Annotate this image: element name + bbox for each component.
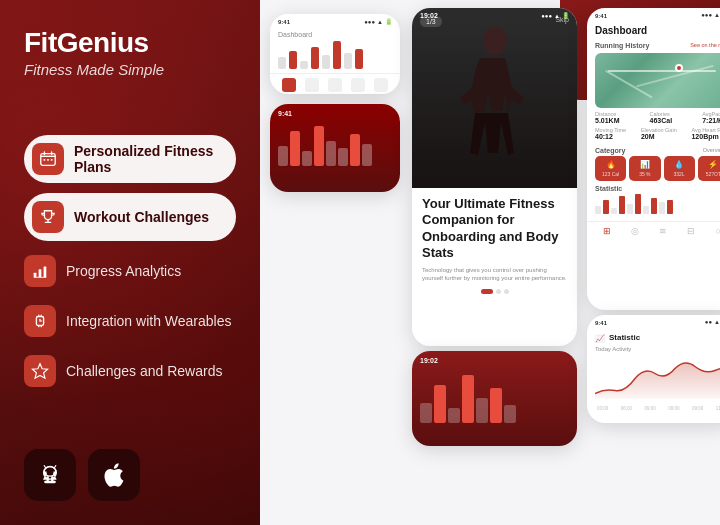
stat-bar-7 xyxy=(344,53,352,69)
feature-label-wearables: Integration with Wearables xyxy=(66,313,232,329)
col1: 9:41 ●●● ▲ 🔋 Dashboard xyxy=(266,8,404,198)
phones-container: 9:41 ●●● ▲ 🔋 Dashboard xyxy=(260,0,400,525)
onboard-dots xyxy=(422,289,567,294)
feature-label-challenges-rewards: Challenges and Rewards xyxy=(66,363,222,379)
stat-elevation: Elevation Gain 20M xyxy=(641,127,677,140)
stat-bar-6 xyxy=(333,41,341,69)
svg-rect-9 xyxy=(34,273,37,278)
category-title: Category xyxy=(595,147,625,154)
stat-small-sub: Today Activity xyxy=(595,346,720,352)
ios-store-button[interactable] xyxy=(88,449,140,501)
onboard-content: Your Ultimate Fitness Companion for Onbo… xyxy=(412,188,577,302)
dot-3[interactable] xyxy=(504,289,509,294)
stat-bars xyxy=(278,41,392,69)
stat-heart-rate: Avg Heart Rate 120Bpm xyxy=(691,127,720,140)
trophy-icon xyxy=(32,201,64,233)
features-list: Personalized Fitness Plans Workout Chall… xyxy=(24,135,236,391)
feature-challenges-rewards[interactable]: Challenges and Rewards xyxy=(24,351,236,391)
chart-icon xyxy=(24,255,56,287)
calendar-icon xyxy=(32,143,64,175)
nav-icon-5[interactable] xyxy=(374,78,388,92)
dashboard-status-bar: 9:41 ●●● ▲ 🔋 xyxy=(587,8,720,21)
brand-section: FitGenius Fitness Made Simple xyxy=(24,28,236,78)
running-history-label: Running History xyxy=(595,42,649,49)
db-title: Dashboard xyxy=(595,25,720,36)
android-store-button[interactable] xyxy=(24,449,76,501)
stat-bar-8 xyxy=(355,49,363,69)
bottom-phone-time: 19:02 xyxy=(420,357,569,364)
bottom-time: 9:41 xyxy=(278,110,392,117)
db-time: 9:41 xyxy=(595,13,607,19)
cat-calories: 🔥 123 Cal xyxy=(595,156,626,181)
brand-name: FitGenius xyxy=(24,28,236,59)
brand-tagline: Fitness Made Simple xyxy=(24,61,236,78)
db-bottom-nav: ⊞ ◎ ≋ ⊟ ○ xyxy=(587,221,720,240)
status-icons: ●●● ▲ 🔋 xyxy=(364,18,392,25)
star-icon xyxy=(24,355,56,387)
onboarding-hero: 19:02 ●●● ▲ 🔋 1/3 Skip xyxy=(412,8,577,188)
stat-bar-5 xyxy=(322,55,330,69)
onboard-desc: Technology that gives you control over p… xyxy=(422,266,567,283)
person-figure xyxy=(450,23,540,188)
stat-time: 9:41 xyxy=(278,19,290,25)
category-overview: Overview › xyxy=(703,147,720,153)
svg-marker-20 xyxy=(32,364,47,378)
feature-workout-challenges[interactable]: Workout Challenges xyxy=(24,193,236,241)
svg-rect-4 xyxy=(44,159,46,161)
nav-icon-3[interactable] xyxy=(328,78,342,92)
nav-stats[interactable]: ≋ xyxy=(659,226,667,236)
nav-settings[interactable]: ⊟ xyxy=(687,226,695,236)
stat-avg-pace: AvgPace 7:21/KM xyxy=(702,111,720,124)
see-on-map[interactable]: See on the map xyxy=(690,42,720,48)
feature-label-progress-analytics: Progress Analytics xyxy=(66,263,181,279)
db-statistic-title: Statistic xyxy=(595,185,720,192)
svg-point-22 xyxy=(483,27,507,55)
stat-calories: Calories 463Cal xyxy=(650,111,673,124)
onboard-status: ●●● ▲ 🔋 xyxy=(541,12,569,19)
feature-personalized-plans[interactable]: Personalized Fitness Plans xyxy=(24,135,236,183)
stat-bar-4 xyxy=(311,47,319,69)
svg-rect-10 xyxy=(39,270,42,278)
nav-icon-1[interactable] xyxy=(282,78,296,92)
db-stats-row-1: Distance 5.01KM Calories 463Cal AvgPace … xyxy=(595,111,720,124)
onboard-title: Your Ultimate Fitness Companion for Onbo… xyxy=(422,196,567,261)
nav-icon-4[interactable] xyxy=(351,78,365,92)
stat-moving-time: Moving Time 40:12 xyxy=(595,127,626,140)
db-stat-bars xyxy=(595,194,720,214)
cat-energy: ⚡ 52?OT xyxy=(698,156,720,181)
stat-small-title: Statistic xyxy=(609,333,640,342)
bottom-small-content: 9:41 xyxy=(270,104,400,192)
nav-profile[interactable]: ○ xyxy=(715,226,720,236)
left-panel: FitGenius Fitness Made Simple Personaliz… xyxy=(0,0,260,525)
nav-icon-2[interactable] xyxy=(305,78,319,92)
onboard-bottom-phone: 19:02 xyxy=(412,351,577,446)
cat-water: 💧 332L xyxy=(664,156,695,181)
right-panel: 9:41 ●●● ▲ 🔋 Dashboard xyxy=(260,0,720,525)
db-stats-row-2: Moving Time 40:12 Elevation Gain 20M Avg… xyxy=(595,127,720,140)
feature-label-personalized-plans: Personalized Fitness Plans xyxy=(74,143,222,175)
cat-percent: 📊 35 % xyxy=(629,156,660,181)
col3: 9:41 ●●● ▲ 🔋 Dashboard Running History S… xyxy=(585,8,720,423)
db-statistic-section: Statistic xyxy=(595,185,720,214)
svg-rect-6 xyxy=(51,159,53,161)
statistic-mini-screen: 9:41 ●●● ▲ 🔋 Dashboard xyxy=(270,14,400,94)
stat-bar-1 xyxy=(278,57,286,69)
stat-bar-2 xyxy=(289,51,297,69)
store-buttons xyxy=(24,449,236,501)
nav-activity[interactable]: ◎ xyxy=(631,226,639,236)
feature-progress-analytics[interactable]: Progress Analytics xyxy=(24,251,236,291)
db-status-icons: ●●● ▲ 🔋 xyxy=(701,12,720,19)
bottom-chart xyxy=(278,121,392,166)
category-grid: 🔥 123 Cal 📊 35 % 💧 332L ⚡ xyxy=(595,156,720,181)
db-map xyxy=(595,53,720,108)
feature-label-workout-challenges: Workout Challenges xyxy=(74,209,209,225)
nav-home[interactable]: ⊞ xyxy=(603,226,611,236)
dot-1[interactable] xyxy=(481,289,493,294)
stat-wave-chart xyxy=(595,356,720,401)
dot-2[interactable] xyxy=(496,289,501,294)
stat-phone-time: 9:41 xyxy=(595,320,607,326)
statistic-bottom-screen: 9:41 xyxy=(270,104,400,192)
feature-wearables[interactable]: Integration with Wearables xyxy=(24,301,236,341)
watch-icon xyxy=(24,305,56,337)
stat-mini-title: Dashboard xyxy=(278,31,392,38)
